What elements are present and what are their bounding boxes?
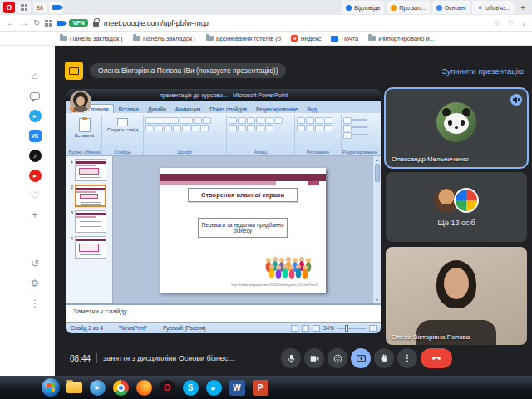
arrange-controls[interactable] bbox=[297, 125, 339, 131]
taskbar-powerpoint-button[interactable]: P bbox=[251, 378, 269, 397]
scroll-up-icon[interactable]: ▲ bbox=[375, 157, 379, 162]
reload-icon[interactable]: ↻ bbox=[33, 19, 40, 27]
telegram-icon[interactable]: ▸ bbox=[28, 109, 42, 122]
zoom-slider[interactable] bbox=[337, 328, 366, 329]
chat-icon[interactable] bbox=[28, 89, 42, 102]
history-icon[interactable]: ↺ bbox=[28, 257, 42, 270]
taskbar-explorer-button[interactable] bbox=[65, 378, 83, 397]
opera-logo-icon[interactable]: O bbox=[3, 2, 15, 13]
taskbar-opera-button[interactable]: O bbox=[158, 378, 176, 397]
font-controls[interactable] bbox=[145, 117, 224, 124]
ribbon-tab-design[interactable]: Дизайн bbox=[144, 105, 170, 113]
pinned-tab-badge[interactable]: 88 bbox=[33, 2, 47, 13]
browser-tab[interactable]: Основні bbox=[432, 1, 470, 14]
font-style-controls[interactable] bbox=[145, 125, 224, 131]
slide-title-textbox[interactable]: Створення власної справи bbox=[188, 188, 298, 202]
browser-tab[interactable]: Gобов'яз... bbox=[472, 1, 515, 14]
bookmark-item-mail[interactable]: Почта bbox=[331, 35, 358, 42]
powerpoint-status-bar: Слайд 2 из 4 "NewsPrint" Русский (Россия… bbox=[66, 322, 381, 333]
slide-thumbnail-3[interactable]: 3 bbox=[68, 210, 112, 233]
extensions-grid-icon[interactable] bbox=[45, 20, 52, 27]
new-tab-button[interactable]: + bbox=[517, 3, 529, 12]
browser-tab[interactable]: Відповідь bbox=[342, 1, 384, 14]
more-options-button[interactable] bbox=[397, 348, 417, 368]
slide-sorter-button[interactable] bbox=[302, 325, 309, 332]
participant-tile-self-camera[interactable]: Олена Вікторівна Попова bbox=[386, 247, 527, 345]
tiktok-icon[interactable]: ♪ bbox=[28, 149, 42, 162]
select-control[interactable] bbox=[343, 132, 377, 139]
participant-tile-speaker[interactable]: Олександр Мельниченко bbox=[386, 89, 527, 167]
stop-presentation-button[interactable]: Зупинити презентацію bbox=[442, 66, 524, 76]
vk-icon[interactable]: VK bbox=[28, 129, 42, 142]
back-icon[interactable]: ← bbox=[7, 19, 15, 27]
taskbar-chrome-button[interactable] bbox=[111, 378, 130, 397]
add-to-sidebar-icon[interactable]: + bbox=[28, 209, 42, 222]
slide-thumbnail-4[interactable]: 4 bbox=[68, 236, 112, 259]
bookmark-item-yandex[interactable]: ЯЯндекс bbox=[291, 35, 321, 42]
webcam-video bbox=[386, 247, 527, 345]
replace-control[interactable] bbox=[343, 125, 377, 131]
notes-pane[interactable]: Заметки к слайду bbox=[66, 303, 381, 322]
microphone-button[interactable] bbox=[281, 348, 301, 368]
paragraph-controls[interactable] bbox=[229, 117, 293, 124]
ribbon-tab-insert[interactable]: Вставка bbox=[115, 105, 143, 113]
settings-gear-icon[interactable]: ⚙ bbox=[28, 277, 42, 290]
bookmark-item[interactable]: Панель закладок ( bbox=[133, 35, 196, 42]
present-screen-button[interactable] bbox=[351, 348, 371, 368]
favorites-heart-icon[interactable]: ♡ bbox=[28, 189, 42, 202]
bookmark-item[interactable]: Панель закладок ( bbox=[60, 35, 123, 42]
pinned-tab-speeddial[interactable] bbox=[17, 2, 31, 13]
normal-view-button[interactable] bbox=[291, 325, 298, 332]
chrome-icon bbox=[113, 380, 129, 396]
taskbar-telegram-button[interactable]: ▸ bbox=[204, 378, 223, 397]
vertical-scrollbar[interactable]: ▲ ▼ bbox=[372, 156, 381, 303]
scrollbar-thumb[interactable] bbox=[375, 164, 380, 182]
participant-tile-others[interactable]: Ще 13 осіб bbox=[386, 172, 527, 242]
reactions-button[interactable] bbox=[328, 348, 347, 368]
home-icon[interactable]: ⌂ bbox=[28, 69, 42, 82]
address-url[interactable]: meet.google.com/upf-pbfw-mcp bbox=[104, 19, 209, 27]
new-slide-button[interactable]: Создать слайд bbox=[104, 118, 141, 132]
bookmark-item[interactable]: Импортировано и... bbox=[368, 35, 435, 42]
taskbar-firefox-button[interactable] bbox=[135, 378, 153, 397]
raise-hand-button[interactable] bbox=[374, 348, 394, 368]
ribbon-tab-slideshow[interactable]: Показ слайдов bbox=[205, 105, 251, 113]
more-options-icon[interactable]: ⋮ bbox=[28, 297, 42, 310]
bookmark-item[interactable]: Бронювання готелів (б bbox=[206, 35, 281, 42]
alignment-controls[interactable] bbox=[229, 125, 293, 131]
shared-screen-powerpoint[interactable]: презентація до курсово... - Microsoft Po… bbox=[66, 89, 381, 333]
slide-thumbnail-1[interactable]: 1 bbox=[68, 159, 112, 181]
ribbon-tab-animation[interactable]: Анимация bbox=[171, 105, 205, 113]
heart-icon[interactable]: ♡ bbox=[507, 19, 514, 27]
tab-favicon bbox=[391, 5, 397, 11]
camera-button[interactable] bbox=[304, 348, 324, 368]
slide-canvas[interactable]: Створення власної справи Переваги та нед… bbox=[113, 156, 372, 303]
media-player-icon: ▸ bbox=[90, 380, 106, 396]
current-slide[interactable]: Створення власної справи Переваги та нед… bbox=[160, 168, 326, 293]
fit-to-window-button[interactable] bbox=[369, 325, 377, 332]
taskbar-skype-button[interactable]: S bbox=[181, 378, 200, 397]
download-icon[interactable]: ↓ bbox=[522, 19, 526, 27]
powerpoint-workspace: 1 2 3 4 bbox=[66, 156, 381, 303]
lock-icon[interactable] bbox=[93, 22, 99, 27]
forward-icon[interactable]: → bbox=[20, 19, 28, 27]
find-control[interactable] bbox=[343, 117, 377, 124]
shape-gallery[interactable] bbox=[297, 117, 339, 124]
bookmark-star-icon[interactable]: ☆ bbox=[493, 19, 500, 27]
slideshow-button[interactable] bbox=[313, 325, 320, 332]
ribbon-tab-review[interactable]: Рецензирование bbox=[252, 105, 302, 113]
taskbar-media-player-button[interactable]: ▸ bbox=[88, 378, 106, 397]
youtube-icon[interactable]: ▸ bbox=[28, 169, 42, 182]
leave-call-button[interactable] bbox=[421, 348, 452, 368]
opera-icon: O bbox=[160, 380, 175, 396]
slide-thumbnail-2-selected[interactable]: 2 bbox=[68, 185, 112, 207]
paste-button[interactable]: Вставить bbox=[69, 118, 100, 138]
start-button[interactable] bbox=[42, 378, 60, 397]
vpn-badge[interactable]: VPN bbox=[69, 19, 87, 27]
browser-tab[interactable]: Про зап... bbox=[387, 1, 430, 14]
taskbar-word-button[interactable]: W bbox=[228, 378, 246, 397]
slide-body-textbox[interactable]: Переваги та недоліки придбання бізнесу bbox=[198, 218, 288, 238]
ribbon-tab-view[interactable]: Вид bbox=[303, 105, 321, 113]
tab-meet-active[interactable] bbox=[49, 2, 62, 13]
scroll-down-icon[interactable]: ▼ bbox=[375, 298, 379, 303]
